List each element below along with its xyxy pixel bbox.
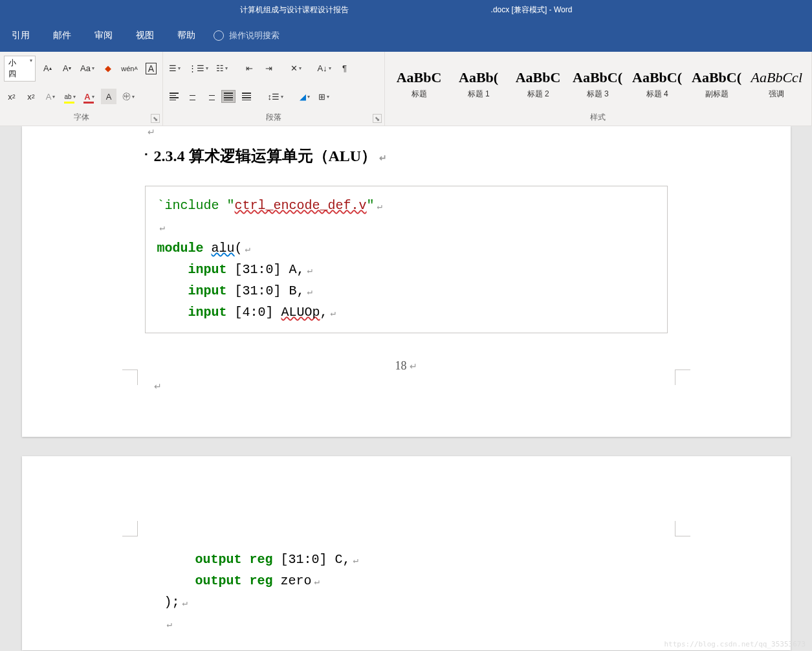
- decrease-indent-button[interactable]: ⇤: [241, 61, 257, 76]
- paragraph-mark: ↵: [148, 127, 155, 137]
- character-shading-button[interactable]: A: [101, 89, 116, 104]
- highlight-button[interactable]: ab: [62, 89, 78, 104]
- sort-button[interactable]: A↓: [315, 61, 333, 76]
- increase-font-button[interactable]: A▴: [39, 61, 55, 76]
- style-heading3[interactable]: AaBbC(标题 3: [573, 69, 623, 100]
- doc-title-left: 计算机组成与设计课程设计报告: [240, 5, 349, 16]
- paragraph-mark: ↵: [379, 153, 387, 164]
- text-effects-button[interactable]: A: [43, 89, 58, 104]
- style-title[interactable]: AaBbC标题: [394, 69, 444, 100]
- margin-corner-bl: [122, 370, 138, 385]
- increase-indent-button[interactable]: ⇥: [261, 61, 276, 76]
- group-label-styles: 样式: [389, 111, 807, 126]
- ribbon: 小四 A▴ A▾ Aa ◆ wénA A x2 x2 A ab A A ㊥ 字体…: [0, 52, 812, 126]
- font-dialog-launcher[interactable]: ⬊: [151, 114, 160, 123]
- document-canvas[interactable]: ↵ 2.3.4 算术逻辑运算单元（ALU）↵ `include "ctrl_en…: [0, 126, 812, 651]
- paragraph-dialog-launcher[interactable]: ⬊: [373, 114, 382, 123]
- clear-formatting-button[interactable]: ◆: [100, 61, 116, 76]
- line-spacing-button[interactable]: ↕☰: [265, 89, 285, 104]
- code-box-2[interactable]: output reg [31:0] C,↵ output reg zero↵ )…: [145, 540, 668, 644]
- margin-corner-tr: [675, 521, 690, 536]
- phonetic-guide-button[interactable]: wénA: [120, 61, 140, 76]
- show-marks-button[interactable]: ¶: [337, 61, 353, 76]
- style-heading4[interactable]: AaBbC(标题 4: [632, 69, 683, 100]
- borders-button[interactable]: ⊞: [316, 89, 332, 104]
- decrease-font-button[interactable]: A▾: [59, 61, 74, 76]
- tab-help[interactable]: 帮助: [166, 19, 207, 52]
- subscript-button[interactable]: x2: [4, 89, 19, 104]
- superscript-button[interactable]: x2: [23, 89, 39, 104]
- align-right-button[interactable]: [203, 90, 217, 103]
- shading-button[interactable]: ◢: [297, 89, 313, 104]
- tab-mailings[interactable]: 邮件: [41, 19, 83, 52]
- margin-corner-br: [675, 370, 690, 385]
- enclose-characters-button[interactable]: ㊥: [120, 89, 137, 104]
- group-label-font: 字体: [4, 111, 159, 126]
- lightbulb-icon: [214, 30, 224, 41]
- styles-gallery[interactable]: AaBbC标题 AaBb(标题 1 AaBbC标题 2 AaBbC(标题 3 A…: [389, 54, 807, 111]
- tell-me-label: 操作说明搜索: [229, 30, 280, 41]
- style-heading1[interactable]: AaBb(标题 1: [454, 69, 504, 100]
- page-number: 18↵: [145, 359, 668, 373]
- align-distribute-button[interactable]: [239, 90, 254, 103]
- align-justify-button[interactable]: [221, 90, 236, 103]
- align-left-button[interactable]: [167, 90, 181, 103]
- font-color-button[interactable]: A: [82, 89, 97, 104]
- align-center-button[interactable]: [185, 90, 199, 103]
- ribbon-group-styles: AaBbC标题 AaBb(标题 1 AaBbC标题 2 AaBbC(标题 3 A…: [385, 52, 812, 126]
- title-bar: 计算机组成与设计课程设计报告 .docx [兼容模式] - Word: [0, 0, 812, 19]
- change-case-button[interactable]: Aa: [78, 61, 96, 76]
- watermark: https://blog.csdn.net/qq_35353673: [664, 640, 806, 648]
- doc-title-right: .docx [兼容模式] - Word: [491, 5, 573, 16]
- heading-2-3-4[interactable]: 2.3.4 算术逻辑运算单元（ALU）↵: [145, 146, 668, 166]
- tell-me-search[interactable]: 操作说明搜索: [207, 30, 280, 41]
- bullets-button[interactable]: ☰: [167, 61, 182, 76]
- asian-layout-button[interactable]: ✕: [288, 61, 303, 76]
- menu-bar: 引用 邮件 审阅 视图 帮助 操作说明搜索: [0, 19, 812, 52]
- font-size-combo[interactable]: 小四: [4, 56, 36, 82]
- tab-review[interactable]: 审阅: [83, 19, 124, 52]
- character-border-button[interactable]: A: [143, 61, 159, 76]
- style-subtitle[interactable]: AaBbC(副标题: [692, 69, 742, 100]
- page-2[interactable]: output reg [31:0] C,↵ output reg zero↵ )…: [22, 456, 791, 650]
- tab-view[interactable]: 视图: [124, 19, 166, 52]
- tab-references[interactable]: 引用: [0, 19, 41, 52]
- paragraph-mark: ↵: [154, 381, 162, 392]
- page-1[interactable]: ↵ 2.3.4 算术逻辑运算单元（ALU）↵ `include "ctrl_en…: [22, 126, 791, 437]
- style-emphasis[interactable]: AaBbCcl强调: [751, 69, 802, 100]
- margin-corner-tl: [122, 521, 138, 536]
- multilevel-list-button[interactable]: ☷: [214, 61, 230, 76]
- ribbon-group-paragraph: ☰ ⋮☰ ☷ ⇤ ⇥ ✕ A↓ ¶ ↕☰ ◢: [163, 52, 384, 126]
- numbering-button[interactable]: ⋮☰: [186, 61, 210, 76]
- ribbon-group-font: 小四 A▴ A▾ Aa ◆ wénA A x2 x2 A ab A A ㊥ 字体…: [0, 52, 163, 126]
- code-box-1[interactable]: `include "ctrl_encode_def.v"↵ ↵ module a…: [145, 186, 668, 333]
- group-label-paragraph: 段落: [167, 111, 380, 126]
- style-heading2[interactable]: AaBbC标题 2: [513, 69, 564, 100]
